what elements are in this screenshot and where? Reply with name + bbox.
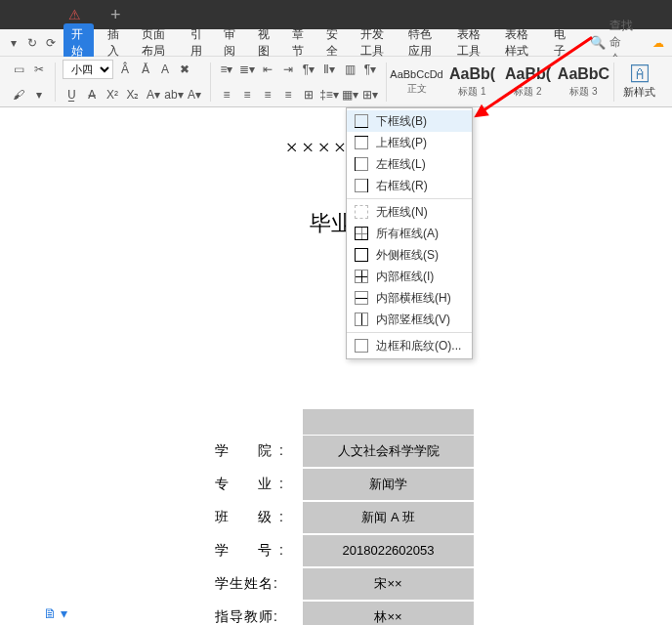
misc-align-icon[interactable]: ▥ bbox=[341, 61, 358, 78]
tab-reference[interactable]: 引用 bbox=[185, 24, 211, 62]
distribute-icon[interactable]: ⊞ bbox=[300, 86, 317, 104]
table-row: 学生姓名:宋×× bbox=[215, 567, 498, 601]
grow-font-icon[interactable]: Â bbox=[116, 61, 134, 78]
char-shading-icon[interactable]: A▾ bbox=[186, 86, 203, 104]
menu-border-inner-v[interactable]: 内部竖框线(V) bbox=[347, 309, 472, 330]
paste-icon[interactable]: ▭ bbox=[10, 61, 27, 78]
menu-divider bbox=[347, 332, 472, 333]
tab-layout[interactable]: 页面布局 bbox=[136, 24, 177, 62]
brush-icon[interactable]: 🖌 bbox=[10, 86, 27, 104]
align-justify-icon[interactable]: ≡ bbox=[279, 86, 297, 104]
show-marks-icon[interactable]: ¶▾ bbox=[361, 61, 379, 78]
annotation-arrow bbox=[479, 112, 615, 115]
menu-border-inner[interactable]: 内部框线(I) bbox=[347, 266, 472, 287]
number-list-icon[interactable]: ≣▾ bbox=[238, 61, 256, 78]
menu-divider bbox=[347, 198, 472, 199]
dropdown-icon[interactable]: ▾ bbox=[8, 34, 19, 52]
menu-border-right[interactable]: 右框线(R) bbox=[347, 175, 472, 196]
tab-featured[interactable]: 特色应用 bbox=[402, 24, 443, 62]
table-row: 学 院:人文社会科学学院 bbox=[215, 435, 498, 468]
cloud-icon[interactable]: ☁ bbox=[652, 36, 664, 50]
fontsize-select[interactable]: 小四 bbox=[63, 60, 113, 79]
table-row: 指导教师:林×× bbox=[215, 601, 498, 625]
menu-border-left[interactable]: 左框线(L) bbox=[347, 153, 472, 175]
border-dropdown-menu: 下框线(B) 上框线(P) 左框线(L) 右框线(R) 无框线(N) 所有框线(… bbox=[346, 107, 473, 359]
indent-inc-icon[interactable]: ⇥ bbox=[279, 61, 297, 78]
warning-icon: ⚠ bbox=[49, 7, 101, 22]
tab-insert[interactable]: 插入 bbox=[102, 24, 128, 62]
border-left-icon bbox=[355, 157, 368, 171]
subscript-icon[interactable]: X₂ bbox=[124, 86, 142, 104]
eraser-icon[interactable]: ▾ bbox=[30, 86, 48, 104]
font-color-icon[interactable]: A▾ bbox=[145, 86, 162, 104]
statusbar-doc-icon[interactable]: 🗎 ▾ bbox=[43, 605, 67, 621]
strike-icon[interactable]: A̶ bbox=[83, 86, 101, 104]
document-page: ××××××× 毕业论 学 院:人文社会科学学院 专 业:新闻学 班 级:新闻 … bbox=[39, 115, 645, 623]
menu-border-outer[interactable]: 外侧框线(S) bbox=[347, 244, 472, 266]
tab-devtools[interactable]: 开发工具 bbox=[355, 24, 396, 62]
new-style-icon: 🄰 bbox=[631, 64, 649, 85]
table-row: 班 级:新闻 A 班 bbox=[215, 501, 498, 534]
ltr-icon[interactable]: ¶▾ bbox=[300, 61, 317, 78]
toolbar: ▭ ✂ 🖌 ▾ 小四 Â Ǎ A ✖ U̲ A̶ X² X₂ A▾ ab▾ A… bbox=[0, 57, 672, 107]
new-style-button[interactable]: 🄰 新样式 bbox=[617, 64, 661, 100]
table-row: 专 业:新闻学 bbox=[215, 468, 498, 501]
refresh-icon[interactable]: ⟳ bbox=[45, 34, 56, 52]
align-right-icon[interactable]: ≡ bbox=[259, 86, 276, 104]
style-normal[interactable]: AaBbCcDd 正文 bbox=[390, 61, 443, 104]
menu-border-more[interactable]: 边框和底纹(O)... bbox=[347, 335, 472, 356]
border-outer-icon bbox=[355, 248, 368, 262]
border-all-icon bbox=[355, 227, 368, 240]
menu-border-bottom[interactable]: 下框线(B) bbox=[347, 110, 472, 132]
border-bottom-icon bbox=[355, 114, 368, 128]
align-left-icon[interactable]: ≡ bbox=[218, 86, 235, 104]
line-spacing-icon[interactable]: ‡≡▾ bbox=[320, 86, 338, 104]
border-top-icon bbox=[355, 136, 368, 149]
underline-icon[interactable]: U̲ bbox=[63, 86, 80, 104]
align-center-icon[interactable]: ≡ bbox=[238, 86, 256, 104]
table-header-spacer bbox=[303, 409, 474, 435]
border-right-icon bbox=[355, 179, 368, 192]
tab-tablestyle[interactable]: 表格样式 bbox=[499, 24, 540, 62]
rtl-icon[interactable]: Ⅱ▾ bbox=[320, 61, 338, 78]
menu-border-top[interactable]: 上框线(P) bbox=[347, 132, 472, 153]
superscript-icon[interactable]: X² bbox=[104, 86, 121, 104]
style-heading3[interactable]: AaBbC 标题 3 bbox=[557, 61, 610, 104]
char-scale-icon[interactable]: A bbox=[157, 61, 173, 78]
menu-border-inner-h[interactable]: 内部横框线(H) bbox=[347, 287, 472, 309]
new-tab-button[interactable]: + bbox=[101, 5, 131, 25]
border-inner-icon bbox=[355, 270, 368, 283]
shading-icon[interactable]: ▦▾ bbox=[341, 86, 358, 104]
highlight-icon[interactable]: ab▾ bbox=[165, 86, 183, 104]
shrink-font-icon[interactable]: Ǎ bbox=[137, 61, 154, 78]
info-table: 学 院:人文社会科学学院 专 业:新闻学 班 级:新闻 A 班 学 号:2018… bbox=[215, 409, 498, 625]
tab-chapter[interactable]: 章节 bbox=[286, 24, 313, 62]
tab-view[interactable]: 视图 bbox=[252, 24, 278, 62]
border-inner-h-icon bbox=[355, 291, 368, 305]
tab-security[interactable]: 安全 bbox=[320, 24, 347, 62]
indent-dec-icon[interactable]: ⇤ bbox=[259, 61, 276, 78]
border-inner-v-icon bbox=[355, 312, 368, 326]
menu-border-all[interactable]: 所有框线(A) bbox=[347, 223, 472, 244]
border-none-icon bbox=[355, 205, 368, 219]
bullet-list-icon[interactable]: ≡▾ bbox=[218, 61, 235, 78]
clear-format-icon[interactable]: ✖ bbox=[176, 61, 193, 78]
border-dropdown-button[interactable]: ⊞▾ bbox=[361, 86, 379, 104]
style-heading1[interactable]: AaBb( 标题 1 bbox=[445, 61, 499, 104]
tab-tabletools[interactable]: 表格工具 bbox=[451, 24, 492, 62]
copy-icon[interactable]: ✂ bbox=[30, 61, 48, 78]
doc-icon bbox=[355, 339, 368, 353]
redo-icon[interactable]: ↻ bbox=[26, 34, 37, 52]
menu-border-none[interactable]: 无框线(N) bbox=[347, 201, 472, 223]
table-row: 学 号:2018022602053 bbox=[215, 534, 498, 567]
tab-review[interactable]: 审阅 bbox=[218, 24, 244, 62]
